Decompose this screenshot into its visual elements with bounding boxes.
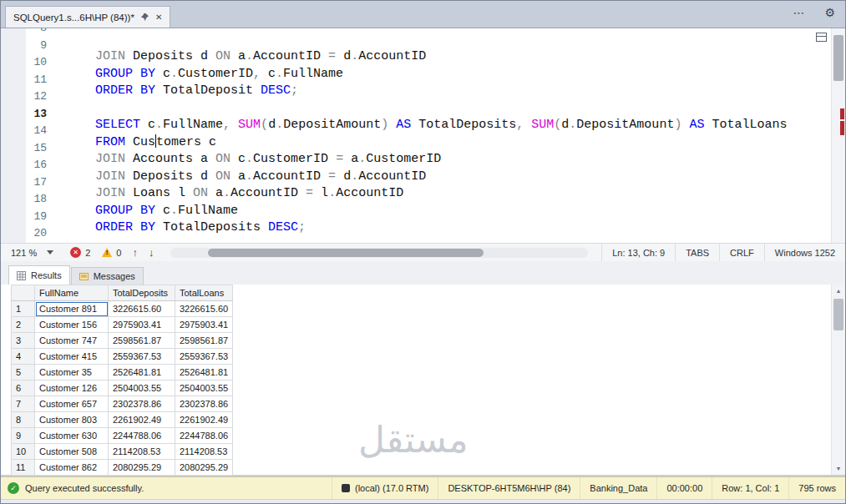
grid-cell[interactable]: Customer 508 xyxy=(35,444,109,460)
code-area[interactable]: JOIN Deposits d ON a.AccountID = d.Accou… xyxy=(54,28,845,243)
row-number[interactable]: 5 xyxy=(12,365,35,381)
server-name: (local) (17.0 RTM) xyxy=(355,483,428,493)
grid-row: 2Customer 1562975903.412975903.41 xyxy=(12,317,233,333)
code-token: ) xyxy=(381,118,388,132)
row-number[interactable]: 8 xyxy=(12,412,35,428)
next-error-icon[interactable]: ↓ xyxy=(149,246,155,259)
document-tab[interactable]: SQLQuery1.s...6H\HP (84))* ✕ xyxy=(5,6,170,28)
grid-cell[interactable]: 2504003.55 xyxy=(175,381,233,396)
messages-icon xyxy=(79,272,89,281)
code-token: DESC xyxy=(268,220,298,234)
settings-gear-icon[interactable]: ⚙ xyxy=(824,6,835,19)
results-vertical-scrollbar[interactable]: ▲ ▼ xyxy=(831,285,845,475)
code-token: TotalDeposits xyxy=(155,220,268,234)
code-line[interactable] xyxy=(95,237,845,244)
error-count: 2 xyxy=(85,248,90,258)
grid-cell[interactable]: Customer 803 xyxy=(35,412,109,428)
tab-messages-label: Messages xyxy=(94,271,135,281)
code-line[interactable]: SELECT c.FullName, SUM(d.DepositAmount) … xyxy=(95,117,845,134)
grid-cell[interactable]: 2598561.87 xyxy=(175,333,233,349)
row-number[interactable]: 3 xyxy=(12,333,35,349)
column-header[interactable]: TotalLoans xyxy=(175,285,233,301)
column-header[interactable]: TotalDeposits xyxy=(109,285,175,301)
code-line[interactable]: GROUP BY c.FullName xyxy=(95,203,845,220)
grid-corner[interactable] xyxy=(12,285,35,301)
column-header[interactable]: FullName xyxy=(35,285,109,301)
ssms-window: SQLQuery1.s...6H\HP (84))* ✕ ⋯ ⚙ 8910111… xyxy=(1,1,845,503)
grid-cell[interactable]: Customer 657 xyxy=(35,396,109,412)
success-check-icon: ✓ xyxy=(8,482,19,494)
grid-cell[interactable]: 2261902.49 xyxy=(109,412,175,428)
pin-icon[interactable] xyxy=(140,13,149,22)
grid-cell[interactable]: Customer 126 xyxy=(35,381,109,396)
grid-cell[interactable]: Customer 862 xyxy=(35,460,109,476)
grid-cell[interactable]: 2114208.53 xyxy=(175,444,233,460)
code-line[interactable]: ORDER BY TotalDeposits DESC; xyxy=(95,219,845,237)
editor-vertical-scrollbar[interactable] xyxy=(831,28,845,243)
code-line[interactable]: GROUP BY c.CustomerID, c.FullName xyxy=(95,66,845,83)
row-number[interactable]: 4 xyxy=(12,349,35,365)
grid-cell[interactable]: 3226615.60 xyxy=(109,301,175,317)
grid-cell[interactable]: 2526481.81 xyxy=(175,365,233,381)
error-count-button[interactable]: ✕ 2 xyxy=(70,247,90,258)
grid-cell[interactable]: 2080295.29 xyxy=(109,460,175,476)
tab-results[interactable]: Results xyxy=(8,265,70,285)
close-tab-icon[interactable]: ✕ xyxy=(155,13,162,22)
code-token: ( xyxy=(261,118,268,132)
grid-cell[interactable]: Customer 415 xyxy=(35,349,109,365)
grid-cell[interactable]: 2114208.53 xyxy=(109,444,175,460)
code-token: TotalLoans xyxy=(704,118,787,132)
code-line[interactable]: JOIN Accounts a ON c.CustomerID = a.Cust… xyxy=(95,151,845,169)
grid-cell[interactable]: 2975903.41 xyxy=(109,317,175,333)
grid-cell[interactable]: 2975903.41 xyxy=(175,317,233,333)
grid-cell[interactable]: 2559367.53 xyxy=(109,349,175,365)
row-number[interactable]: 7 xyxy=(12,396,35,412)
code-line[interactable]: JOIN Deposits d ON a.AccountID = d.Accou… xyxy=(95,48,845,66)
grid-cell[interactable]: 2504003.55 xyxy=(109,381,175,396)
scroll-down-icon[interactable]: ▼ xyxy=(832,462,845,475)
grid-cell[interactable]: Customer 156 xyxy=(35,317,109,333)
row-number[interactable]: 9 xyxy=(12,428,35,444)
window-bottom-edge xyxy=(1,499,845,504)
grid-cell[interactable]: 2302378.86 xyxy=(175,396,233,412)
scroll-up-icon[interactable]: ▲ xyxy=(832,285,845,297)
scrollbar-thumb[interactable] xyxy=(208,249,484,257)
grid-cell[interactable]: Customer 630 xyxy=(35,428,109,444)
warning-count-button[interactable]: 0 xyxy=(102,248,121,258)
code-line[interactable]: JOIN Loans l ON a.AccountID = l.AccountI… xyxy=(95,185,845,203)
grid-cell[interactable]: 2302378.86 xyxy=(109,396,175,412)
code-token: c xyxy=(155,67,170,81)
code-line[interactable] xyxy=(95,100,845,118)
grid-cell[interactable]: 2526481.81 xyxy=(109,365,175,381)
split-editor-icon[interactable] xyxy=(816,33,827,42)
grid-cell[interactable]: Customer 891 xyxy=(35,301,109,317)
grid-cell[interactable]: 2244788.06 xyxy=(175,428,233,444)
code-line[interactable]: ORDER BY TotalDeposit DESC; xyxy=(95,83,845,100)
row-number[interactable]: 11 xyxy=(12,460,35,476)
row-number[interactable]: 1 xyxy=(12,301,35,317)
grid-cell[interactable]: Customer 747 xyxy=(35,333,109,349)
sql-editor[interactable]: 891011121314151617181920 JOIN Deposits d… xyxy=(1,28,845,243)
grid-cell[interactable]: 2261902.49 xyxy=(175,412,233,428)
more-options-icon[interactable]: ⋯ xyxy=(793,6,804,19)
grid-cell[interactable]: 2080295.29 xyxy=(175,460,233,476)
editor-horizontal-scrollbar[interactable] xyxy=(170,248,588,258)
row-number[interactable]: 6 xyxy=(12,381,35,396)
row-number[interactable]: 10 xyxy=(12,444,35,460)
grid-cell[interactable]: 2598561.87 xyxy=(109,333,175,349)
grid-cell[interactable]: 2559367.53 xyxy=(175,349,233,365)
grid-cell[interactable]: Customer 35 xyxy=(35,365,109,381)
code-line[interactable]: JOIN Deposits d ON a.AccountID = d.Accou… xyxy=(95,169,845,186)
tab-messages[interactable]: Messages xyxy=(71,267,144,285)
previous-error-icon[interactable]: ↑ xyxy=(132,246,138,259)
warning-count: 0 xyxy=(116,248,121,258)
grid-cell[interactable]: 2244788.06 xyxy=(109,428,175,444)
scrollbar-thumb[interactable] xyxy=(833,299,843,330)
code-line[interactable]: FROM Customers c xyxy=(95,134,845,152)
scrollbar-thumb[interactable] xyxy=(833,35,843,81)
row-number[interactable]: 2 xyxy=(12,317,35,333)
code-token: DESC xyxy=(261,83,291,98)
grid-cell[interactable]: 3226615.60 xyxy=(175,301,233,317)
code-token: d xyxy=(268,118,276,132)
zoom-control[interactable]: 121 % xyxy=(1,248,58,258)
